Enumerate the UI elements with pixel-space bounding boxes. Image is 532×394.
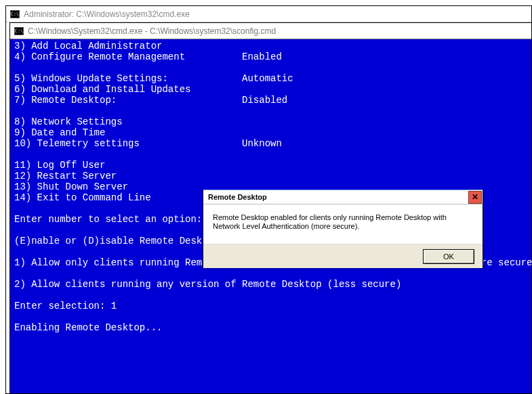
outer-window-title: Administrator: C:\Windows\system32\cmd.e… — [24, 9, 190, 19]
dialog-body: Remote Desktop enabled for clients only … — [203, 204, 483, 244]
cmd-icon: C:\ — [10, 10, 20, 18]
outer-titlebar[interactable]: C:\ Administrator: C:\Windows\system32\c… — [6, 6, 531, 22]
dialog-title: Remote Desktop — [208, 193, 267, 201]
dialog-footer: OK — [203, 244, 483, 268]
dialog-message: Remote Desktop enabled for clients only … — [213, 213, 447, 230]
close-button[interactable]: ✕ — [468, 191, 482, 204]
close-icon: ✕ — [472, 192, 478, 202]
inner-titlebar[interactable]: C:\ C:\Windows\System32\cmd.exe - C:\Win… — [10, 23, 531, 39]
ok-button[interactable]: OK — [423, 249, 474, 264]
cmd-icon: C:\ — [14, 27, 24, 35]
dialog-titlebar[interactable]: Remote Desktop ✕ — [203, 190, 483, 204]
inner-window-title: C:\Windows\System32\cmd.exe - C:\Windows… — [28, 26, 276, 36]
remote-desktop-dialog: Remote Desktop ✕ Remote Desktop enabled … — [203, 190, 483, 268]
